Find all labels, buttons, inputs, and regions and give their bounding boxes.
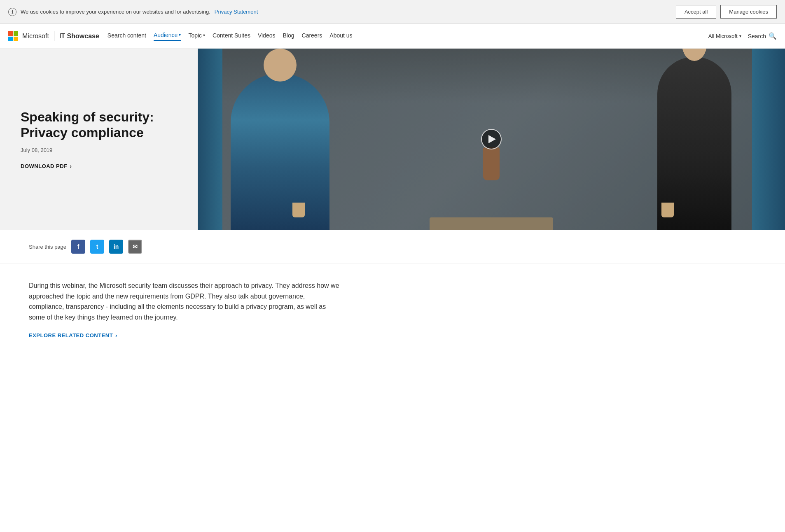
nav-careers[interactable]: Careers bbox=[302, 32, 322, 40]
table-prop bbox=[430, 217, 553, 230]
nav-about-us[interactable]: About us bbox=[329, 32, 352, 40]
person-left-figure bbox=[231, 73, 329, 230]
ms-logo-blue bbox=[8, 37, 13, 41]
play-button[interactable] bbox=[481, 129, 502, 149]
hero-video-panel[interactable] bbox=[198, 49, 785, 230]
ms-logo-grid bbox=[8, 31, 18, 41]
ms-logo-red bbox=[8, 31, 13, 36]
content-description: During this webinar, the Microsoft secur… bbox=[29, 280, 342, 322]
all-microsoft-chevron-icon: ▾ bbox=[739, 34, 741, 38]
all-microsoft-text: All Microsoft bbox=[708, 33, 738, 39]
manage-cookies-button[interactable]: Manage cookies bbox=[720, 5, 777, 19]
info-icon: ℹ bbox=[8, 8, 16, 16]
facebook-share-button[interactable]: f bbox=[71, 240, 85, 254]
download-label: DOWNLOAD PDF bbox=[21, 163, 68, 169]
coffee-cup-right bbox=[661, 203, 674, 217]
nav-audience[interactable]: Audience ▾ bbox=[154, 32, 181, 41]
vase-prop bbox=[483, 147, 500, 180]
nav-search-content[interactable]: Search content bbox=[107, 32, 146, 40]
hero-date: July 08, 2019 bbox=[21, 147, 177, 153]
email-icon: ✉ bbox=[133, 243, 138, 250]
header-divider bbox=[54, 31, 54, 41]
twitter-share-button[interactable]: t bbox=[90, 240, 104, 254]
curtain-right bbox=[752, 49, 785, 230]
facebook-icon: f bbox=[77, 243, 79, 250]
search-label: Search bbox=[748, 33, 766, 40]
site-name: IT Showcase bbox=[59, 33, 99, 40]
search-icon: 🔍 bbox=[769, 32, 777, 40]
microsoft-logo[interactable]: Microsoft bbox=[8, 31, 49, 41]
explore-related-content-link[interactable]: EXPLORE RELATED CONTENT › bbox=[29, 332, 342, 338]
coffee-cup-left bbox=[292, 203, 305, 217]
header-right: All Microsoft ▾ Search 🔍 bbox=[708, 32, 777, 40]
nav-topic[interactable]: Topic ▾ bbox=[188, 32, 205, 40]
search-button[interactable]: Search 🔍 bbox=[748, 32, 777, 40]
cookie-actions: Accept all Manage cookies bbox=[676, 5, 777, 19]
download-chevron-icon: › bbox=[70, 163, 72, 169]
nav-content-suites[interactable]: Content Suites bbox=[213, 32, 250, 40]
privacy-statement-link[interactable]: Privacy Statement bbox=[215, 9, 258, 15]
accept-all-button[interactable]: Accept all bbox=[676, 5, 716, 19]
download-pdf-link[interactable]: DOWNLOAD PDF › bbox=[21, 163, 177, 169]
hero-title: Speaking of security: Privacy compliance bbox=[21, 109, 177, 141]
site-header: Microsoft IT Showcase Search content Aud… bbox=[0, 24, 785, 49]
content-section: During this webinar, the Microsoft secur… bbox=[0, 264, 371, 355]
explore-label: EXPLORE RELATED CONTENT bbox=[29, 332, 113, 338]
ms-logo-yellow bbox=[14, 37, 18, 41]
main-nav: Search content Audience ▾ Topic ▾ Conten… bbox=[107, 32, 708, 41]
all-microsoft-dropdown[interactable]: All Microsoft ▾ bbox=[708, 33, 741, 39]
cookie-text: We use cookies to improve your experienc… bbox=[21, 9, 210, 15]
email-share-button[interactable]: ✉ bbox=[128, 240, 142, 254]
cookie-banner: ℹ We use cookies to improve your experie… bbox=[0, 0, 785, 24]
topic-chevron-icon: ▾ bbox=[203, 33, 205, 37]
play-icon bbox=[488, 135, 496, 143]
microsoft-text: Microsoft bbox=[22, 33, 49, 40]
cookie-message-area: ℹ We use cookies to improve your experie… bbox=[8, 8, 258, 16]
share-section: Share this page f t in ✉ bbox=[0, 230, 785, 264]
linkedin-icon: in bbox=[114, 243, 119, 250]
nav-videos[interactable]: Videos bbox=[258, 32, 276, 40]
share-label: Share this page bbox=[29, 244, 66, 250]
curtain-left bbox=[198, 49, 222, 230]
hero-section: Speaking of security: Privacy compliance… bbox=[0, 49, 785, 230]
audience-chevron-icon: ▾ bbox=[179, 33, 181, 37]
ms-logo-green bbox=[14, 31, 18, 36]
explore-chevron-icon: › bbox=[115, 332, 117, 338]
nav-blog[interactable]: Blog bbox=[283, 32, 294, 40]
twitter-icon: t bbox=[96, 243, 98, 250]
hero-left-panel: Speaking of security: Privacy compliance… bbox=[0, 49, 198, 230]
linkedin-share-button[interactable]: in bbox=[109, 240, 123, 254]
